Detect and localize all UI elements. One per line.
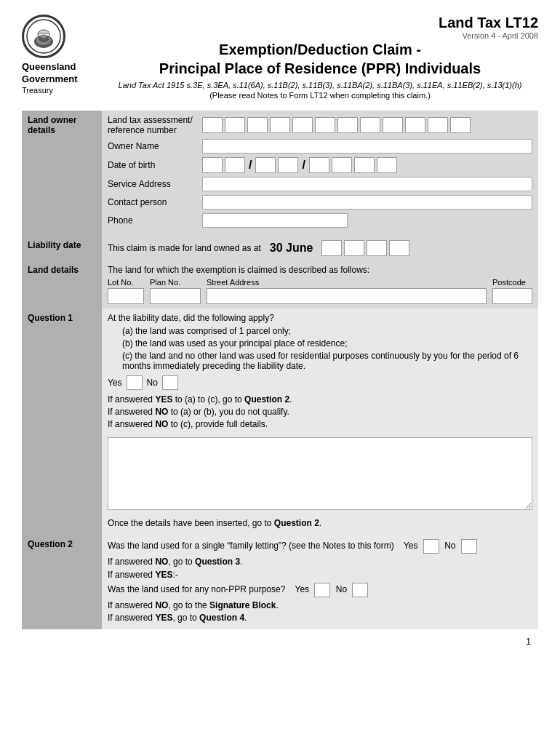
lot-label: Lot No. <box>108 278 144 287</box>
liability-date-label: Liability date <box>22 236 102 260</box>
ref-box-7[interactable] <box>337 117 358 133</box>
plan-col: Plan No. <box>150 278 201 304</box>
phone-label: Phone <box>108 215 202 226</box>
liability-row: This claim is made for land owned as at … <box>108 240 532 256</box>
page-number: 1 <box>22 637 538 647</box>
ref-box-12[interactable] <box>450 117 471 133</box>
liability-year-4[interactable] <box>389 240 409 256</box>
q2-sub-yes-box[interactable] <box>314 583 330 597</box>
dob-mm-2[interactable] <box>278 157 298 173</box>
service-address-input[interactable] <box>202 177 532 191</box>
liability-year-boxes <box>321 240 409 256</box>
ref-box-10[interactable] <box>405 117 425 133</box>
q1-no-box[interactable] <box>162 375 178 390</box>
street-col: Street Address <box>207 278 487 304</box>
question2-section: Question 2 Was the land used for a singl… <box>22 535 538 629</box>
phone-row: Phone <box>108 213 532 228</box>
lot-input[interactable] <box>108 288 144 304</box>
land-owner-label: Land owner details <box>22 111 102 236</box>
q2-yes-box[interactable] <box>423 539 439 554</box>
dob-mm-1[interactable] <box>255 157 276 173</box>
liability-year-3[interactable] <box>367 240 387 256</box>
land-owner-content: Land tax assessment/ reference number <box>102 111 538 236</box>
question1-section: Question 1 At the liability date, did th… <box>22 308 538 535</box>
dob-sep-1: / <box>249 159 252 172</box>
dob-yyyy-3[interactable] <box>354 157 375 173</box>
q1-yes-box[interactable] <box>127 375 143 390</box>
ref-box-8[interactable] <box>360 117 380 133</box>
owner-name-label: Owner Name <box>108 141 202 151</box>
phone-input[interactable] <box>202 213 348 228</box>
q2-line1: Was the land used for a single “family l… <box>108 539 532 554</box>
plan-input[interactable] <box>150 288 201 304</box>
reference-label: Land tax assessment/ reference number <box>108 115 202 135</box>
q1-item-a: (a) the land was comprised of 1 parcel o… <box>122 326 532 336</box>
dob-dd-1[interactable] <box>202 157 223 173</box>
plan-label: Plan No. <box>150 278 201 287</box>
q1-item-b: (b) the land was used as your principal … <box>122 338 532 348</box>
q1-no-label: No <box>147 378 158 388</box>
question2-label: Question 2 <box>22 535 102 629</box>
contact-person-input[interactable] <box>202 195 532 210</box>
question1-intro: At the liability date, did the following… <box>108 313 532 323</box>
q2-sub-no-box[interactable] <box>352 583 368 597</box>
owner-name-row: Owner Name <box>108 139 532 154</box>
ref-box-2[interactable] <box>225 117 245 133</box>
q1-item-c: (c) the land and no other land was used … <box>122 351 532 371</box>
liability-year-1[interactable] <box>321 240 342 256</box>
dob-boxes: / / <box>202 157 397 173</box>
ref-box-11[interactable] <box>428 117 448 133</box>
liability-date-content: This claim is made for land owned as at … <box>102 236 538 260</box>
contact-person-label: Contact person <box>108 197 202 207</box>
q1-instruction-3: If answered NO to (c), provide full deta… <box>108 419 532 429</box>
contact-person-row: Contact person <box>108 195 532 210</box>
ref-box-3[interactable] <box>247 117 268 133</box>
form-version: Version 4 - April 2008 <box>102 31 538 40</box>
land-details-content: The land for which the exemption is clai… <box>102 260 538 308</box>
question1-yes-no: Yes No <box>108 375 532 390</box>
dept-name: Treasury <box>22 86 102 95</box>
question1-content: At the liability date, did the following… <box>102 308 538 535</box>
q2-if-yes2: If answered YES, go to Question 4. <box>108 613 532 623</box>
dob-yyyy-4[interactable] <box>377 157 397 173</box>
logo-icon <box>22 15 65 58</box>
ref-box-5[interactable] <box>292 117 313 133</box>
question2-content: Was the land used for a single “family l… <box>102 535 538 629</box>
q2-sub-question: Was the land used for any non-PPR purpos… <box>108 583 532 597</box>
reference-boxes <box>202 117 471 133</box>
liability-text: This claim is made for land owned as at <box>108 243 261 253</box>
liability-year-2[interactable] <box>344 240 364 256</box>
land-details-inputs-row: Lot No. Plan No. Street Address Postcode <box>108 278 532 304</box>
service-address-label: Service Address <box>108 179 202 189</box>
govt-name: Government <box>22 73 102 86</box>
subtitle: Land Tax Act 1915 s.3E, s.3EA, s.11(6A),… <box>102 81 538 89</box>
owner-name-input[interactable] <box>202 139 532 154</box>
street-label: Street Address <box>207 278 487 287</box>
q1-details-textarea[interactable] <box>108 437 532 510</box>
q2-if-yes: If answered YES:- <box>108 570 532 580</box>
dob-label: Date of birth <box>108 160 202 170</box>
form-ref-title: Land Tax LT12 <box>102 15 538 31</box>
form-table: Land owner details Land tax assessment/ … <box>22 111 538 629</box>
q2-no-box[interactable] <box>461 539 477 554</box>
dob-dd-2[interactable] <box>225 157 245 173</box>
land-details-section: Land details The land for which the exem… <box>22 260 538 308</box>
dob-yyyy-2[interactable] <box>332 157 352 173</box>
ref-box-9[interactable] <box>383 117 403 133</box>
question1-list: (a) the land was comprised of 1 parcel o… <box>122 326 532 371</box>
q2-if-no2: If answered NO, go to the Signature Bloc… <box>108 600 532 610</box>
ref-box-4[interactable] <box>270 117 290 133</box>
postcode-col: Postcode <box>492 278 532 304</box>
land-details-description: The land for which the exemption is clai… <box>108 265 532 275</box>
liability-date-section: Liability date This claim is made for la… <box>22 236 538 260</box>
dob-yyyy-1[interactable] <box>309 157 329 173</box>
ref-box-6[interactable] <box>315 117 335 133</box>
ref-box-1[interactable] <box>202 117 223 133</box>
postcode-input[interactable] <box>492 288 532 304</box>
q2-no-label: No <box>444 541 455 551</box>
q2-yes-label: Yes <box>404 541 418 551</box>
q2-sub-no-label: No <box>336 584 347 594</box>
page: Queensland Government Treasury Land Tax … <box>0 0 560 661</box>
street-input[interactable] <box>207 288 487 304</box>
q2-if-no: If answered NO, go to Question 3. <box>108 557 532 567</box>
